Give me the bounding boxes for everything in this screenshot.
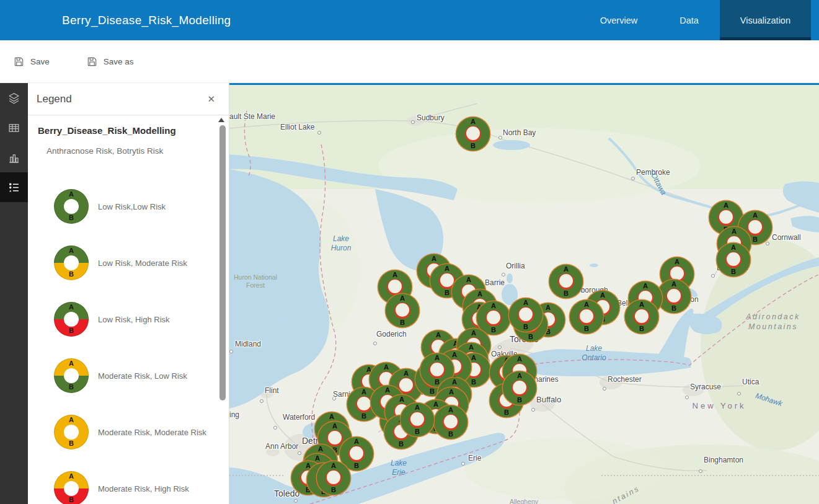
save-as-icon — [87, 56, 97, 67]
marker-hole — [325, 470, 342, 486]
marker-letter-a: A — [717, 228, 751, 235]
marker-letter-a: A — [420, 355, 454, 361]
marker-hole — [348, 446, 365, 462]
marker-hole — [485, 310, 502, 326]
map-city-label: Orillia — [506, 262, 525, 270]
map-city-label: Cornwall — [772, 234, 801, 241]
legend-item: ABLow Risk, Moderate Risk — [38, 245, 213, 280]
marker-letter-a: A — [422, 332, 455, 338]
tool-rail — [0, 83, 28, 504]
risk-marker[interactable]: AB — [434, 405, 467, 439]
marker-letter-a: A — [549, 266, 583, 273]
legend-donut-icon: AB — [54, 415, 89, 449]
save-button[interactable]: Save — [14, 56, 50, 67]
city-dot — [711, 274, 715, 278]
map-city-label: Midland — [235, 340, 261, 348]
donut-letter-a: A — [54, 417, 89, 423]
risk-marker[interactable]: AB — [549, 265, 583, 298]
marker-letter-a: A — [317, 462, 350, 469]
city-dot — [737, 392, 741, 396]
map-city-label: ing — [229, 411, 239, 418]
legend-donut-icon: AB — [54, 302, 89, 337]
marker-letter-b: B — [434, 431, 467, 438]
risk-marker[interactable]: AB — [317, 461, 350, 495]
marker-letter-a: A — [625, 301, 658, 308]
marker-letter-a: A — [509, 299, 542, 306]
city-dot — [317, 131, 321, 135]
legend-layer-subtitle: Anthracnose Risk, Botrytis Risk — [46, 146, 213, 156]
scrollbar-up-icon[interactable] — [218, 118, 224, 122]
rail-item-layers[interactable] — [0, 83, 28, 113]
marker-letter-a: A — [430, 265, 464, 272]
donut-letter-a: A — [54, 191, 89, 198]
marker-letter-a: A — [503, 356, 536, 363]
donut-hole — [64, 312, 79, 327]
map-city-label: ault Ste Marie — [229, 113, 275, 120]
marker-hole — [634, 309, 650, 325]
tab-visualization[interactable]: Visualization — [720, 0, 811, 40]
legend-donut-icon: AB — [54, 358, 89, 393]
donut-letter-a: A — [54, 473, 89, 480]
donut-letter-b: B — [54, 497, 89, 503]
marker-hole — [718, 210, 734, 226]
rail-item-legend[interactable] — [0, 172, 28, 202]
city-dot — [685, 396, 689, 399]
legend-items: ABLow Risk,Low RiskABLow Risk, Moderate … — [38, 189, 213, 504]
map-canvas[interactable]: ault Ste MarieElliot LakeSudburyNorth Ba… — [229, 83, 819, 504]
risk-marker[interactable]: AB — [456, 117, 490, 151]
marker-hole — [443, 414, 459, 430]
close-icon[interactable]: ✕ — [202, 91, 220, 107]
map-city-label: Sudbury — [417, 114, 445, 122]
marker-hole — [387, 279, 403, 295]
legend-donut-icon: AB — [54, 471, 89, 504]
marker-hole — [394, 303, 410, 319]
city-dot — [502, 273, 505, 276]
rail-item-charts[interactable] — [0, 143, 28, 172]
risk-marker[interactable]: AB — [625, 300, 658, 334]
map-city-label: North Bay — [503, 129, 536, 136]
donut-letter-b: B — [54, 384, 89, 391]
risk-marker[interactable]: AB — [717, 243, 750, 276]
marker-letter-a: A — [657, 281, 691, 288]
marker-hole — [511, 380, 528, 396]
save-as-button[interactable]: Save as — [87, 56, 134, 67]
bar-chart-icon — [7, 151, 20, 164]
marker-letter-a: A — [586, 292, 619, 299]
map-city-label: Barrie — [485, 279, 505, 286]
marker-letter-a: A — [318, 423, 352, 430]
risk-marker[interactable]: AB — [657, 280, 691, 313]
city-dot — [294, 499, 298, 503]
marker-letter-b: B — [549, 290, 583, 297]
city-dot — [411, 120, 415, 124]
city-dot — [260, 399, 263, 403]
marker-letter-a: A — [401, 404, 434, 411]
marker-letter-a: A — [738, 212, 772, 219]
map-city-label: Flint — [265, 387, 279, 394]
save-icon — [14, 56, 24, 67]
risk-marker[interactable]: AB — [570, 300, 603, 334]
map-city-label: Binghamton — [704, 456, 743, 464]
risk-marker[interactable]: AB — [386, 294, 419, 327]
tab-data[interactable]: Data — [658, 0, 720, 40]
marker-letter-a: A — [709, 202, 743, 209]
layers-icon — [7, 92, 20, 105]
content: Legend ✕ Berry_Disease_Risk_Modelling An… — [0, 82, 819, 504]
risk-marker[interactable]: AB — [503, 371, 536, 405]
city-dot — [273, 426, 277, 430]
marker-letter-b: B — [509, 324, 542, 330]
risk-marker[interactable]: AB — [401, 403, 434, 436]
map-city-label: Erie — [468, 454, 481, 462]
marker-letter-b: B — [386, 319, 419, 326]
map-city-label: Utica — [742, 378, 759, 386]
tab-overview[interactable]: Overview — [579, 0, 658, 40]
marker-letter-a: A — [629, 283, 662, 290]
risk-marker[interactable]: AB — [509, 298, 542, 332]
rail-item-table[interactable] — [0, 113, 28, 143]
legend-donut-icon: AB — [54, 245, 89, 280]
table-icon — [7, 122, 20, 135]
map-area-label: LakeErie — [391, 459, 407, 477]
marker-letter-b: B — [717, 268, 750, 275]
donut-letter-b: B — [54, 440, 89, 447]
scrollbar-thumb[interactable] — [219, 125, 226, 400]
marker-letter-a: A — [456, 118, 490, 125]
